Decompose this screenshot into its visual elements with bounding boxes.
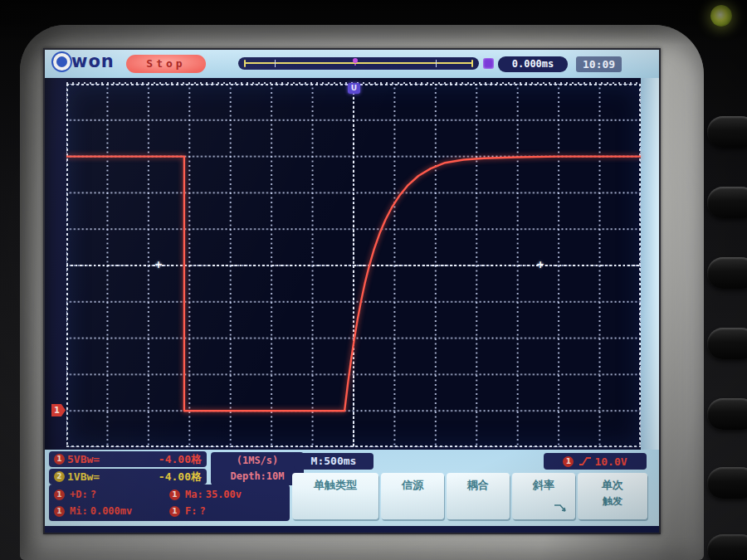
power-led: [710, 5, 732, 27]
screen-bottom-edge: [45, 526, 659, 533]
trigger-position-marker[interactable]: U: [348, 83, 360, 94]
trigger-menu: 单触类型 信源 耦合 斜率 单次 触发: [292, 473, 647, 519]
side-softkey-3[interactable]: [707, 257, 747, 289]
clock: 10:09: [576, 56, 622, 72]
measure-value: 35.00v: [206, 489, 242, 500]
trigger-status-badge: 1 10.0V: [544, 453, 647, 470]
menu-button-label: 耦合: [467, 478, 489, 493]
memory-depth: Depth:10M: [211, 469, 304, 485]
menu-button-slope[interactable]: 斜率: [512, 473, 575, 519]
record-tick: [436, 60, 437, 67]
measure-label: Mi:: [70, 505, 88, 517]
brand-text: won: [71, 53, 115, 71]
ch2-scale-badge: 2 1VBw= -4.00格: [49, 469, 207, 485]
ch1-icon: 1: [54, 489, 65, 500]
bottom-status-bar: 1 5VBw= -4.00格 2 1VBw= -4.00格 (1MS/s) De…: [45, 450, 659, 526]
trigger-level-value: 10.0V: [594, 455, 627, 468]
measure-label: +D:: [70, 489, 88, 500]
owon-logo: won: [53, 53, 115, 71]
record-start-cap: [244, 60, 246, 67]
measure-label: F:: [185, 505, 197, 517]
top-status-bar: won Stop 0.000ms 10:09: [45, 50, 659, 78]
side-softkey-1[interactable]: [707, 116, 747, 148]
measure-max: 1 Ma: 35.00v: [169, 489, 285, 500]
measurements-panel: 1 +D: ? 1 Ma: 35.00v 1 Mi: 0.000mv 1 F: …: [49, 485, 290, 521]
ch1-ground-marker[interactable]: 1: [51, 404, 66, 416]
menu-button-single-trigger[interactable]: 单次 触发: [578, 473, 647, 519]
waveform-svg: [66, 84, 641, 447]
menu-button-trigger-type[interactable]: 单触类型: [292, 473, 378, 519]
ch1-waveform-trace: [66, 157, 641, 411]
rising-edge-icon: [579, 456, 592, 466]
ch1-icon: 1: [169, 506, 180, 517]
measure-value: ?: [90, 489, 96, 500]
measure-value: 0.000mv: [90, 505, 133, 517]
edge-slope-icon: [554, 503, 569, 513]
record-line: [244, 62, 473, 64]
acquisition-badge: (1MS/s) Depth:10M: [211, 452, 304, 485]
ch2-position-value: -4.00格: [159, 470, 202, 485]
menu-button-label: 信源: [402, 478, 423, 493]
measure-min: 1 Mi: 0.000mv: [54, 505, 169, 517]
menu-button-label: 单次: [602, 478, 623, 493]
ch1-scale-badge: 1 5VBw= -4.00格: [49, 451, 207, 467]
waveform-display: + + U 1: [66, 84, 641, 447]
record-end-cap: [471, 60, 473, 67]
ch1-position-value: -4.00格: [159, 452, 202, 467]
window-position-marker[interactable]: [353, 58, 358, 63]
record-position-bar[interactable]: [238, 57, 479, 70]
ch1-icon: 1: [169, 489, 180, 500]
owon-logo-icon: [53, 53, 71, 71]
menu-button-label: 斜率: [533, 478, 554, 493]
measure-label: Ma:: [185, 489, 203, 500]
measure-freq: 1 F: ?: [169, 505, 285, 517]
side-softkey-2[interactable]: [707, 187, 747, 218]
side-softkey-4[interactable]: [707, 328, 747, 359]
side-softkey-7[interactable]: [707, 534, 747, 560]
record-tick: [275, 60, 276, 67]
screen-edge-glow: [641, 78, 659, 450]
measure-duty: 1 +D: ?: [54, 489, 169, 500]
ch2-icon: 2: [54, 471, 65, 482]
menu-button-label: 单触类型: [314, 478, 357, 493]
menu-button-label2: 触发: [603, 494, 622, 509]
lcd-screen: won Stop 0.000ms 10:09 + + U 1: [43, 48, 661, 534]
ch1-icon: 1: [54, 454, 65, 465]
ch2-scale-label: 1VBw=: [67, 470, 100, 483]
horizontal-offset-value: 0.000ms: [498, 56, 568, 72]
measure-value: ?: [199, 505, 205, 517]
ch1-scale-label: 5VBw=: [67, 453, 100, 465]
menu-button-source[interactable]: 信源: [381, 473, 444, 519]
menu-button-coupling[interactable]: 耦合: [447, 473, 510, 519]
ch1-icon: 1: [54, 506, 65, 517]
side-softkey-5[interactable]: [707, 398, 747, 430]
sample-rate: (1MS/s): [211, 453, 304, 469]
run-state-badge: Stop: [126, 55, 206, 73]
trigger-channel-icon: 1: [563, 456, 574, 467]
horizontal-position-icon: [483, 58, 494, 69]
side-softkey-6[interactable]: [707, 467, 747, 499]
timebase-badge: M:500ms: [294, 453, 374, 470]
